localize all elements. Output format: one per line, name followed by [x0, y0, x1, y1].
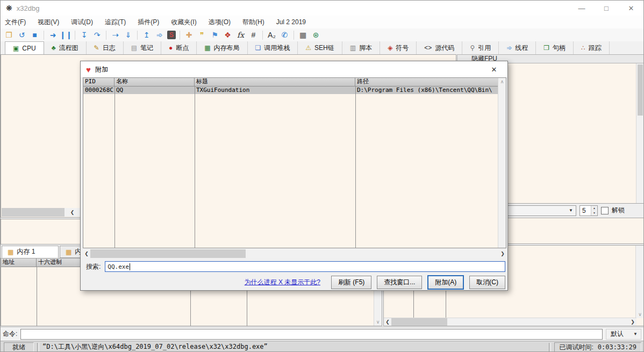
tab-handles[interactable]: ❒句柄 [536, 41, 574, 54]
search-input-value: QQ.exe [108, 263, 129, 270]
dialog-close-icon[interactable]: ✕ [486, 66, 502, 74]
function-button[interactable]: fx [235, 30, 246, 40]
run-button[interactable]: ➜ [48, 30, 58, 40]
scroll-down-arrow-icon[interactable]: ∨ [374, 319, 382, 325]
tab-symbols[interactable]: ◈符号 [380, 41, 417, 54]
execute-till-return-button[interactable]: ↥ [141, 30, 152, 40]
attach-dialog-titlebar[interactable]: ♥ 附加 ✕ [81, 61, 507, 78]
tab-cpu[interactable]: ▣CPU [5, 41, 44, 55]
step-into-button[interactable]: ↧ [79, 30, 89, 40]
cancel-button[interactable]: 取消(C) [469, 276, 505, 289]
tab-call-stack[interactable]: ❏调用堆栈 [248, 41, 298, 54]
window-controls: — □ ✕ [569, 1, 643, 16]
symbols-icon: ◈ [388, 44, 392, 52]
tab-references[interactable]: ⚲引用 [462, 41, 499, 54]
menu-plugins[interactable]: 插件(P) [138, 18, 159, 27]
tab-script[interactable]: ▥脚本 [342, 41, 380, 54]
tab-source[interactable]: <>源代码 [417, 41, 462, 54]
column-header[interactable]: 路径 [355, 78, 499, 86]
tab-memory-map[interactable]: ▦内存布局 [197, 41, 247, 54]
run-to-user-code-button[interactable]: ⇢ [110, 30, 120, 40]
tab-threads[interactable]: ➾线程 [499, 41, 536, 54]
process-table[interactable]: PID名称标题路径 0000268CQQTXGuiFoundationD:\Pr… [83, 77, 506, 248]
toolbar: ❐↺■➜❙❙↧↷⇢⇓↥➾S✚❞⚑❖fx#A₂✆▦⊛ [1, 28, 644, 42]
step-out-button[interactable]: ⇓ [123, 30, 133, 40]
menu-view[interactable]: 视图(V) [38, 18, 59, 27]
menu-options[interactable]: 选项(O) [209, 18, 231, 27]
patch-button[interactable]: ✚ [184, 30, 194, 40]
breakpoint-icon: ● [169, 44, 173, 52]
scrollbar-track[interactable] [246, 249, 499, 258]
pause-button[interactable]: ❙❙ [61, 30, 71, 40]
tab-trace[interactable]: ∴跟踪 [574, 41, 610, 54]
column-header[interactable]: 名称 [115, 78, 195, 86]
label-button[interactable]: ⚑ [210, 30, 220, 40]
comment-button[interactable]: ❞ [197, 30, 207, 40]
menu-help[interactable]: 帮助(H) [242, 18, 264, 27]
scroll-left-button[interactable]: ❮ [83, 249, 90, 258]
open-folder-button[interactable]: ❐ [4, 30, 14, 40]
bookmark-button[interactable]: ❖ [223, 30, 233, 40]
registers-vscrollbar[interactable] [636, 63, 644, 203]
stack-vscrollbar[interactable]: ∨ [635, 246, 644, 318]
refresh-button[interactable]: 刷新 (F5) [331, 276, 371, 289]
scrollbar-thumb[interactable] [2, 208, 65, 217]
scroll-right-button[interactable]: ❯ [629, 318, 636, 326]
column-header[interactable]: 地址 [1, 258, 37, 267]
why-process-not-shown-link[interactable]: 为什么进程 X 未显示于此? [245, 278, 320, 287]
calculator-button[interactable]: ▦ [298, 30, 308, 40]
process-table-vscrollbar[interactable]: ∧ [498, 78, 506, 248]
tab-log[interactable]: ✎日志 [87, 41, 124, 54]
process-row[interactable]: 0000268CQQTXGuiFoundationD:\Program File… [83, 87, 506, 94]
stepper-up-icon[interactable]: ▲ [591, 206, 597, 211]
column-header[interactable]: 标题 [195, 78, 355, 86]
az-text-button[interactable]: A₂ [267, 30, 277, 40]
column-header[interactable]: PID [83, 78, 115, 86]
argument-count-stepper[interactable]: 5 ▲ ▼ [579, 205, 598, 216]
close-button[interactable]: ✕ [619, 1, 643, 16]
scrollbar-thumb[interactable] [391, 318, 447, 326]
pager-button[interactable]: ✆ [280, 30, 290, 40]
memory-tab-1[interactable]: ▦ 内存 1 [2, 246, 59, 258]
command-input[interactable] [20, 329, 603, 340]
search-input[interactable]: QQ.exe [105, 261, 505, 272]
restart-button[interactable]: ↺ [17, 30, 27, 40]
process-table-hscrollbar[interactable]: ❮ ❯ [83, 249, 506, 258]
stepper-down-icon[interactable]: ▼ [591, 211, 597, 215]
attach-button[interactable]: 附加(A) [427, 275, 464, 290]
scroll-left-button[interactable]: ❮ [65, 208, 80, 217]
menu-file[interactable]: 文件(F) [5, 18, 26, 27]
stack-hscrollbar[interactable]: ❮ ❯ [384, 318, 636, 326]
scylla-button[interactable]: S [167, 31, 176, 39]
menu-trace[interactable]: 追踪(T) [105, 18, 126, 27]
minimize-button[interactable]: — [569, 1, 594, 16]
stop-button[interactable]: ■ [30, 30, 40, 40]
scrollbar-track[interactable] [447, 318, 629, 326]
command-profile-select[interactable]: 默认 ▼ [606, 329, 641, 340]
scroll-left-button[interactable]: ❮ [384, 318, 391, 326]
menu-debug[interactable]: 调试(D) [71, 18, 93, 27]
disassembly-hscrollbar[interactable]: ❮ [2, 208, 80, 217]
scrollbar-thumb[interactable] [638, 64, 643, 116]
find-window-button[interactable]: 查找窗口... [377, 276, 422, 289]
menu-build-date[interactable]: Jul 2 2019 [276, 18, 306, 26]
tab-breakpoints[interactable]: ●断点 [161, 41, 197, 54]
process-table-body[interactable]: 0000268CQQTXGuiFoundationD:\Program File… [83, 87, 506, 248]
language-globe-button[interactable]: ⊛ [311, 30, 321, 40]
tab-seh[interactable]: ⚠SEH链 [298, 41, 342, 54]
scroll-up-arrow-icon[interactable]: ∧ [498, 79, 506, 84]
hash-button[interactable]: # [248, 30, 259, 40]
attach-button[interactable]: ➾ [154, 30, 164, 40]
tab-notes[interactable]: ▤笔记 [124, 41, 161, 54]
scrollbar-thumb[interactable] [90, 249, 246, 258]
step-over-button[interactable]: ↷ [92, 30, 102, 40]
handles-icon: ❒ [543, 44, 549, 52]
tab-graph[interactable]: ♣流程图 [44, 41, 87, 54]
graph-icon: ♣ [52, 44, 56, 52]
maximize-button[interactable]: □ [594, 1, 619, 16]
scroll-right-button[interactable]: ❯ [499, 249, 506, 258]
stepper-arrows[interactable]: ▲ ▼ [591, 206, 597, 215]
unlock-checkbox[interactable] [601, 207, 609, 214]
scroll-down-arrow-icon[interactable]: ∨ [636, 312, 644, 317]
menu-favourites[interactable]: 收藏夹(I) [171, 18, 196, 27]
